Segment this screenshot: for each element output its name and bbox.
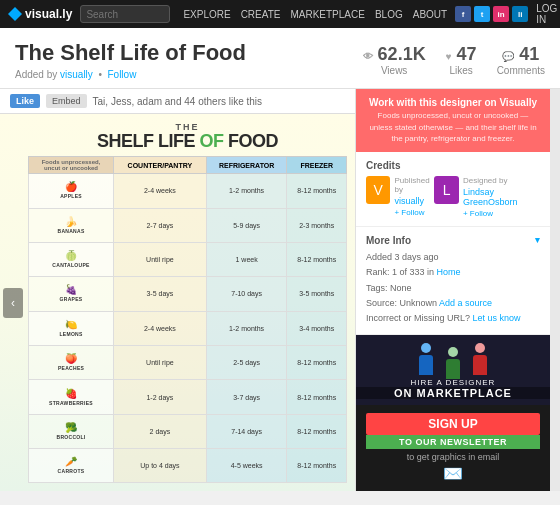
nav-blog[interactable]: BLOG	[375, 9, 403, 20]
newsletter-text: TO OUR NEWSLETTER	[366, 435, 540, 449]
counter-duration: Until ripe	[114, 242, 207, 276]
freezer-duration: 8-12 months	[287, 414, 347, 448]
fridge-duration: 1 week	[206, 242, 287, 276]
let-us-know-link[interactable]: Let us know	[473, 313, 521, 323]
signup-sub-text: to get graphics in email	[366, 452, 540, 462]
fridge-duration: 3-7 days	[206, 380, 287, 414]
col-header-freezer: FREEZER	[287, 157, 347, 174]
on-marketplace-label: ON MARKETPLACE	[356, 387, 550, 399]
marketplace-illustration	[366, 343, 540, 382]
nav-marketplace[interactable]: MARKETPLACE	[290, 9, 364, 20]
infographic-wrapper: ‹ THE SHELF LIFE OF FOOD Foods unprocess…	[0, 114, 355, 491]
views-label: Views	[381, 65, 408, 76]
more-info-section: More Info ▾ Added 3 days ago Rank: 1 of …	[356, 227, 550, 335]
more-info-title: More Info ▾	[366, 235, 540, 246]
add-source-link[interactable]: Add a source	[439, 298, 492, 308]
designed-name[interactable]: Lindsay GreenOsborn	[463, 187, 540, 207]
logo-text: visual.ly	[25, 7, 72, 21]
published-avatar: V	[366, 176, 390, 204]
action-bar: Like Embed Tai, Jess, adam and 44 others…	[0, 89, 355, 114]
fridge-duration: 5-9 days	[206, 208, 287, 242]
fridge-duration: 7-14 days	[206, 414, 287, 448]
social-icons: f t in li	[455, 6, 528, 22]
added-info: Added 3 days ago	[366, 250, 540, 265]
login-link[interactable]: LOG IN	[536, 3, 557, 25]
right-sidebar: Work with this designer on Visually Food…	[355, 89, 550, 491]
infographic-image: THE SHELF LIFE OF FOOD Foods unprocessed…	[0, 114, 355, 491]
published-name[interactable]: visually	[394, 196, 424, 206]
like-button[interactable]: Like	[10, 94, 40, 108]
rank-category-link[interactable]: Home	[437, 267, 461, 277]
instagram-icon[interactable]: in	[493, 6, 509, 22]
table-row: 🥕 CARROTS Up to 4 days 4-5 weeks 8-12 mo…	[29, 449, 347, 483]
published-info: Published by visually Follow	[394, 176, 434, 217]
counter-duration: Up to 4 days	[114, 449, 207, 483]
likes-count: ♥ 47	[446, 44, 477, 65]
nav-create[interactable]: CREATE	[241, 9, 281, 20]
food-name-cell: 🍈 CANTALOUPE	[29, 242, 114, 276]
nav-explore[interactable]: EXPLORE	[183, 9, 230, 20]
work-with-title: Work with this designer on Visually	[366, 97, 540, 108]
added-by-label: Added by	[15, 69, 57, 80]
follow-author-link[interactable]: Follow	[107, 69, 136, 80]
likes-stat: ♥ 47 Likes	[446, 44, 477, 76]
author-link[interactable]: visually	[60, 69, 93, 80]
follow-published-link[interactable]: Follow	[394, 208, 424, 217]
likes-label: Likes	[449, 65, 472, 76]
title-of: OF	[200, 131, 224, 151]
published-by: V Published by visually Follow	[366, 176, 434, 218]
follow-designer-link[interactable]: Follow	[463, 209, 493, 218]
logo-icon	[8, 7, 22, 21]
food-name-cell: 🍑 PEACHES	[29, 345, 114, 379]
table-row: 🍌 BANANAS 2-7 days 5-9 days 2-3 months	[29, 208, 347, 242]
page-title: The Shelf Life of Food	[15, 40, 246, 66]
search-input[interactable]	[80, 5, 170, 23]
comments-label: Comments	[497, 65, 545, 76]
page-subtitle: Added by visually • Follow	[15, 69, 246, 80]
title-part2: FOOD	[228, 131, 278, 151]
freezer-duration: 8-12 months	[287, 449, 347, 483]
credits-title: Credits	[366, 160, 540, 171]
twitter-icon[interactable]: t	[474, 6, 490, 22]
embed-button[interactable]: Embed	[46, 94, 87, 108]
col-header-counter: COUNTER/PANTRY	[114, 157, 207, 174]
linkedin-icon[interactable]: li	[512, 6, 528, 22]
prev-arrow[interactable]: ‹	[3, 288, 23, 318]
table-row: 🥦 BROCCOLI 2 days 7-14 days 8-12 months	[29, 414, 347, 448]
counter-duration: 2-4 weeks	[114, 311, 207, 345]
main-infographic-title: SHELF LIFE OF FOOD	[28, 132, 347, 152]
email-icon: ✉️	[366, 464, 540, 483]
food-name-cell: 🥕 CARROTS	[29, 449, 114, 483]
counter-duration: Until ripe	[114, 345, 207, 379]
freezer-duration: 3-4 months	[287, 311, 347, 345]
facebook-icon[interactable]: f	[455, 6, 471, 22]
marketplace-banner[interactable]: Hire a designer ON MARKETPLACE	[356, 335, 550, 405]
table-row: 🍓 STRAWBERRIES 1-2 days 3-7 days 8-12 mo…	[29, 380, 347, 414]
views-stat: 👁 62.1K Views	[363, 44, 426, 76]
nav-about[interactable]: ABOUT	[413, 9, 447, 20]
comments-count: 💬 41	[502, 44, 539, 65]
work-with-banner[interactable]: Work with this designer on Visually Food…	[356, 89, 550, 152]
site-logo[interactable]: visual.ly	[8, 7, 72, 21]
signup-button-large[interactable]: SIGN UP	[366, 413, 540, 435]
table-row: 🍑 PEACHES Until ripe 2-5 days 8-12 month…	[29, 345, 347, 379]
more-info-content: Added 3 days ago Rank: 1 of 333 in Home …	[366, 250, 540, 326]
comments-stat: 💬 41 Comments	[497, 44, 545, 76]
food-name-cell: 🍓 STRAWBERRIES	[29, 380, 114, 414]
hire-label: Hire a designer	[356, 378, 550, 387]
designed-label: Designed by	[463, 176, 507, 185]
more-info-toggle[interactable]: ▾	[535, 235, 540, 245]
fridge-duration: 7-10 days	[206, 277, 287, 311]
table-row: 🍋 LEMONS 2-4 weeks 1-2 months 3-4 months	[29, 311, 347, 345]
signup-banner[interactable]: SIGN UP TO OUR NEWSLETTER to get graphic…	[356, 405, 550, 491]
table-row: 🍎 APPLES 2-4 weeks 1-2 months 8-12 month…	[29, 174, 347, 208]
counter-duration: 2-4 weeks	[114, 174, 207, 208]
incorrect-url-info: Incorrect or Missing URL? Let us know	[366, 311, 540, 326]
designed-info: Designed by Lindsay GreenOsborn Follow	[463, 176, 540, 218]
rank-info: Rank: 1 of 333 in Home	[366, 265, 540, 280]
counter-duration: 2 days	[114, 414, 207, 448]
page-header: The Shelf Life of Food Added by visually…	[0, 28, 560, 89]
freezer-duration: 8-12 months	[287, 380, 347, 414]
credits-section: Credits V Published by visually Follow L…	[356, 152, 550, 227]
food-name-cell: 🥦 BROCCOLI	[29, 414, 114, 448]
